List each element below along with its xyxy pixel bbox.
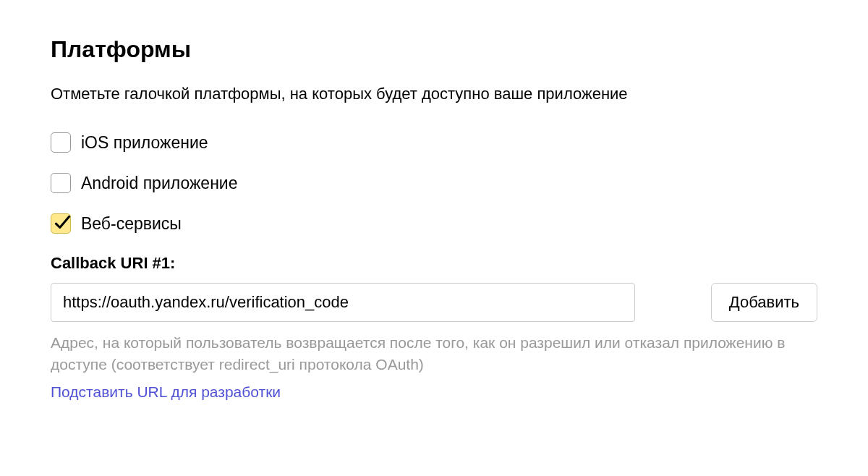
- dev-url-link[interactable]: Подставить URL для разработки: [51, 383, 281, 400]
- section-title: Платформы: [51, 36, 817, 63]
- checkbox-android[interactable]: [51, 173, 71, 193]
- checkbox-web[interactable]: [51, 213, 71, 234]
- callback-uri-row: Добавить: [51, 283, 817, 322]
- check-icon: [53, 212, 72, 234]
- checkbox-ios[interactable]: [51, 132, 71, 153]
- section-description: Отметьте галочкой платформы, на которых …: [51, 85, 817, 103]
- callback-help-text: Адрес, на который пользователь возвращае…: [51, 332, 817, 376]
- callback-uri-label: Callback URI #1:: [51, 254, 817, 273]
- checkbox-row-web: Веб-сервисы: [51, 213, 817, 234]
- checkbox-label-ios: iOS приложение: [81, 133, 208, 153]
- checkbox-row-ios: iOS приложение: [51, 132, 817, 153]
- checkbox-row-android: Android приложение: [51, 173, 817, 193]
- checkbox-label-web: Веб-сервисы: [81, 214, 182, 234]
- checkbox-label-android: Android приложение: [81, 174, 238, 193]
- callback-uri-input[interactable]: [51, 283, 635, 322]
- add-button[interactable]: Добавить: [711, 283, 817, 322]
